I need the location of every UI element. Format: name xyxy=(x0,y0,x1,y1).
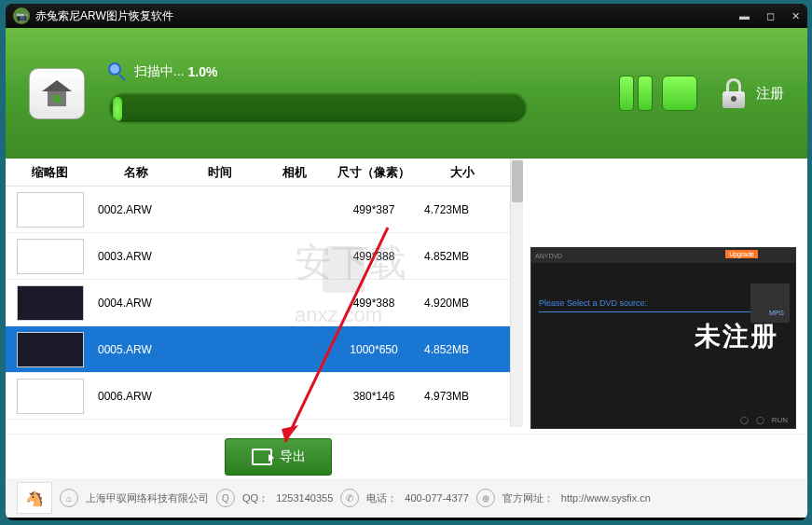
cell-size: 1000*650 xyxy=(327,343,420,356)
col-filesize[interactable]: 大小 xyxy=(420,164,504,181)
cell-size: 380*146 xyxy=(327,390,420,403)
export-label: 导出 xyxy=(280,449,306,465)
qq-icon: Q xyxy=(216,489,235,507)
cell-filesize: 4.973MB xyxy=(420,390,504,403)
minimize-button[interactable]: ▬ xyxy=(739,10,750,22)
cell-filesize: 4.920MB xyxy=(420,297,504,310)
table-row[interactable]: 0003.ARW 499*388 4.852MB xyxy=(6,233,523,280)
footer: 🐴 ⌂ 上海甲驭网络科技有限公司 Q QQ：1253140355 ✆ 电话：40… xyxy=(6,478,807,518)
home-icon xyxy=(42,80,72,106)
thumbnail xyxy=(6,330,94,369)
export-icon xyxy=(252,449,272,465)
thumbnail xyxy=(6,377,94,416)
cell-name: 0004.ARW xyxy=(94,297,178,310)
lock-icon xyxy=(721,78,747,108)
table-row[interactable]: 0005.ARW 1000*650 4.852MB xyxy=(6,326,523,373)
progress-fill xyxy=(113,97,122,121)
qq-number: 1253140355 xyxy=(276,492,333,504)
register-button[interactable]: 注册 xyxy=(721,78,784,108)
scroll-thumb[interactable] xyxy=(512,160,523,202)
app-icon: 📷 xyxy=(13,7,30,24)
table-row[interactable]: 0002.ARW 499*387 4.723MB xyxy=(6,187,523,233)
cell-size: 499*388 xyxy=(327,297,420,310)
col-name[interactable]: 名称 xyxy=(94,164,178,181)
phone-icon: ✆ xyxy=(340,489,359,507)
cell-filesize: 4.723MB xyxy=(420,203,504,216)
cell-name: 0006.ARW xyxy=(94,390,178,403)
cell-size: 499*387 xyxy=(327,203,420,216)
globe-icon: ⊕ xyxy=(476,489,495,507)
register-label: 注册 xyxy=(756,85,784,103)
export-button[interactable]: 导出 xyxy=(225,438,332,476)
close-button[interactable]: ✕ xyxy=(791,10,800,22)
cell-name: 0002.ARW xyxy=(94,203,178,216)
table-row[interactable]: 0006.ARW 380*146 4.973MB xyxy=(6,373,523,420)
header-panel: 扫描中... 1.0% 注册 xyxy=(6,28,807,159)
table-row[interactable]: 0004.ARW 499*388 4.920MB xyxy=(6,280,523,326)
scan-percent: 1.0% xyxy=(188,64,218,79)
unregistered-label: 未注册 xyxy=(695,319,778,354)
titlebar: 📷 赤兔索尼ARW图片恢复软件 ▬ ◻ ✕ xyxy=(6,4,807,28)
file-table: 缩略图 名称 时间 相机 尺寸（像素） 大小 0002.ARW 499*387 … xyxy=(6,159,523,434)
phone-number: 400-077-4377 xyxy=(405,492,469,504)
cell-filesize: 4.852MB xyxy=(420,343,504,356)
home-button[interactable] xyxy=(29,68,85,119)
cell-size: 499*388 xyxy=(327,250,420,263)
progress-bar xyxy=(108,92,528,124)
company-logo: 🐴 xyxy=(17,482,52,514)
preview-panel: ANYDVDUpgrade MPG Please Select a DVD so… xyxy=(523,159,807,434)
scan-label: 扫描中... xyxy=(134,63,185,80)
cell-name: 0005.ARW xyxy=(94,343,178,356)
building-icon: ⌂ xyxy=(60,489,78,507)
col-thumb[interactable]: 缩略图 xyxy=(6,164,94,181)
company-name: 上海甲驭网络科技有限公司 xyxy=(86,491,209,505)
maximize-button[interactable]: ◻ xyxy=(766,10,775,22)
pause-button[interactable] xyxy=(619,76,653,111)
search-icon xyxy=(108,62,127,81)
scrollbar[interactable] xyxy=(510,159,523,427)
col-size[interactable]: 尺寸（像素） xyxy=(327,164,420,181)
window-title: 赤兔索尼ARW图片恢复软件 xyxy=(35,8,173,24)
website-url[interactable]: http://www.sysfix.cn xyxy=(561,492,651,504)
thumbnail xyxy=(6,283,94,323)
thumbnail xyxy=(6,237,94,276)
thumbnail xyxy=(6,190,94,229)
preview-image: ANYDVDUpgrade MPG Please Select a DVD so… xyxy=(530,247,796,429)
cell-name: 0003.ARW xyxy=(94,250,178,263)
table-header: 缩略图 名称 时间 相机 尺寸（像素） 大小 xyxy=(6,159,523,187)
cell-filesize: 4.852MB xyxy=(420,250,504,263)
stop-button[interactable] xyxy=(662,76,697,111)
col-time[interactable]: 时间 xyxy=(178,164,262,181)
col-camera[interactable]: 相机 xyxy=(262,164,327,181)
